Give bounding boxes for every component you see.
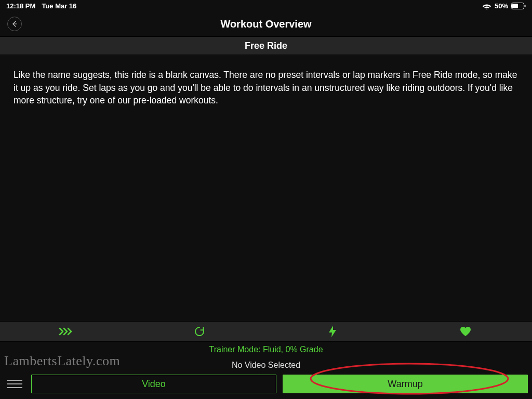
bolt-icon	[328, 325, 337, 338]
tab-skip[interactable]	[0, 322, 133, 341]
status-battery-pct: 50%	[495, 2, 508, 10]
watermark-text: LambertsLately.com	[4, 353, 120, 369]
tab-refresh[interactable]	[133, 322, 266, 341]
back-button[interactable]	[7, 17, 22, 31]
svg-rect-1	[512, 4, 518, 8]
hamburger-icon	[7, 380, 22, 381]
status-time: 12:18 PM	[6, 2, 35, 10]
status-bar: 12:18 PM Tue Mar 16 50%	[0, 0, 532, 11]
video-button-label: Video	[142, 379, 166, 390]
workout-name-bar: Free Ride	[0, 36, 532, 55]
action-row: Video Warmup	[0, 373, 532, 399]
tab-heart[interactable]	[399, 322, 532, 341]
workout-name: Free Ride	[245, 41, 287, 51]
tab-power[interactable]	[266, 322, 399, 341]
warmup-button[interactable]: Warmup	[283, 375, 528, 393]
menu-button[interactable]	[4, 380, 25, 388]
wifi-icon	[482, 3, 491, 9]
video-button[interactable]: Video	[31, 375, 276, 393]
skip-forward-icon	[59, 326, 74, 337]
heart-icon	[459, 326, 472, 337]
page-title: Workout Overview	[220, 18, 311, 30]
svg-rect-2	[525, 5, 526, 7]
nav-header: Workout Overview	[0, 11, 532, 36]
status-date: Tue Mar 16	[42, 2, 76, 10]
refresh-icon	[194, 326, 205, 337]
workout-description: Like the name suggests, this ride is a b…	[0, 55, 532, 112]
battery-icon	[511, 3, 526, 9]
back-arrow-icon	[11, 20, 18, 28]
metric-tabbar	[0, 321, 532, 342]
warmup-button-label: Warmup	[388, 379, 422, 390]
